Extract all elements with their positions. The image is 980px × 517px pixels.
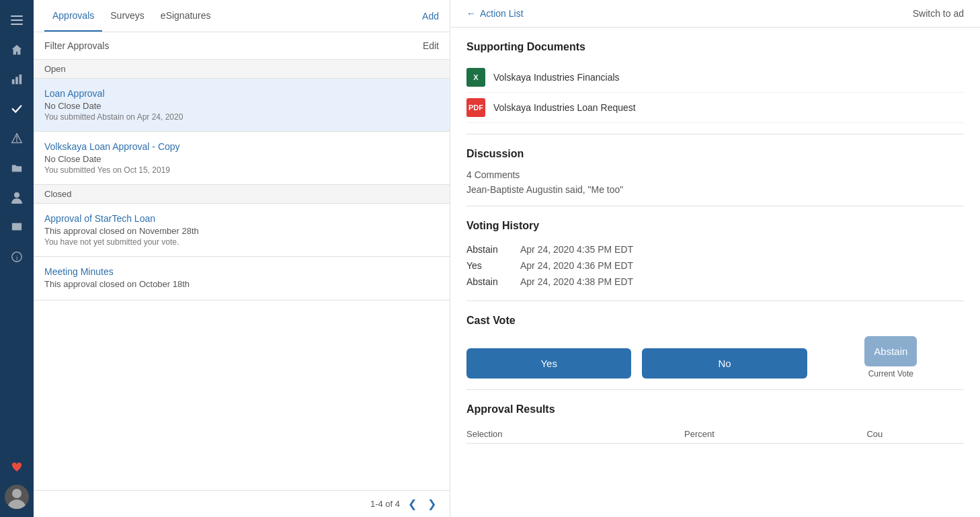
last-comment: Jean-Baptiste Augustin said, "Me too" bbox=[466, 184, 964, 195]
right-top-bar: ← Action List Switch to ad bbox=[450, 0, 980, 28]
list-item-loan-approval[interactable]: Loan Approval No Close Date You submitte… bbox=[34, 79, 450, 132]
item-subtitle-1: No Close Date bbox=[44, 154, 439, 164]
item-desc-1: You submitted Yes on Oct 15, 2019 bbox=[44, 165, 439, 175]
section-closed: Closed bbox=[34, 185, 450, 204]
pagination-next[interactable]: ❯ bbox=[425, 498, 439, 510]
cast-vote-buttons: Yes No Abstain Current Vote bbox=[466, 336, 964, 379]
switch-to-ad[interactable]: Switch to ad bbox=[913, 8, 964, 19]
voting-history-title: Voting History bbox=[466, 220, 964, 232]
filter-bar: Filter Approvals Edit bbox=[34, 32, 450, 60]
person-icon[interactable] bbox=[5, 186, 29, 210]
vote-row-0: Abstain Apr 24, 2020 4:35 PM EDT bbox=[466, 241, 964, 257]
tabs-bar: Approvals Surveys eSignatures Add bbox=[34, 0, 450, 32]
item-subtitle-3: This approval closed on October 18th bbox=[44, 279, 439, 289]
col-selection: Selection bbox=[466, 425, 684, 444]
right-panel-container: ← Action List Switch to ad Supporting Do… bbox=[450, 0, 980, 517]
divider-4 bbox=[466, 389, 964, 390]
pagination-text: 1-4 of 4 bbox=[370, 499, 400, 509]
excel-icon: X bbox=[466, 68, 485, 87]
info-icon[interactable]: i bbox=[5, 245, 29, 269]
approval-results-title: Approval Results bbox=[466, 403, 964, 415]
vote-time-1: Apr 24, 2020 4:36 PM EDT bbox=[520, 257, 964, 274]
chart-icon[interactable] bbox=[5, 67, 29, 91]
pagination: 1-4 of 4 ❮ ❯ bbox=[34, 490, 450, 517]
vote-row-1: Yes Apr 24, 2020 4:36 PM EDT bbox=[466, 257, 964, 274]
doc-list: X Volskaya Industries Financials PDF Vol… bbox=[466, 63, 964, 123]
sidebar: i bbox=[0, 0, 34, 517]
item-desc-2: You have not yet submitted your vote. bbox=[44, 237, 439, 247]
tab-esignatures[interactable]: eSignatures bbox=[153, 1, 219, 32]
pagination-prev[interactable]: ❮ bbox=[405, 498, 419, 510]
cast-vote-title: Cast Vote bbox=[466, 315, 964, 327]
home-icon[interactable] bbox=[5, 38, 29, 62]
divider-1 bbox=[466, 134, 964, 134]
edit-button[interactable]: Edit bbox=[423, 40, 439, 51]
item-subtitle-2: This approval closed on November 28th bbox=[44, 226, 439, 236]
comment-count: 4 Comments bbox=[466, 169, 964, 180]
abstain-wrapper: Abstain Current Vote bbox=[818, 336, 964, 379]
list-item-meeting-minutes[interactable]: Meeting Minutes This approval closed on … bbox=[34, 257, 450, 301]
right-scrollable: Supporting Documents X Volskaya Industri… bbox=[450, 28, 980, 517]
tab-approvals[interactable]: Approvals bbox=[44, 1, 102, 32]
vote-row-2: Abstain Apr 24, 2020 4:38 PM EDT bbox=[466, 274, 964, 290]
heart-icon[interactable] bbox=[5, 455, 29, 479]
svg-text:i: i bbox=[16, 254, 17, 262]
action-list-label: Action List bbox=[480, 8, 524, 19]
svg-point-9 bbox=[12, 489, 22, 498]
svg-rect-2 bbox=[11, 24, 23, 25]
doc-name-0[interactable]: Volskaya Industries Financials bbox=[493, 72, 620, 83]
menu-icon[interactable] bbox=[5, 8, 29, 32]
doc-item-1: PDF Volskaya Industries Loan Request bbox=[466, 93, 964, 123]
vote-time-2: Apr 24, 2020 4:38 PM EDT bbox=[520, 274, 964, 290]
current-vote-label: Current Vote bbox=[868, 369, 913, 379]
svg-point-6 bbox=[14, 192, 19, 198]
vote-time-0: Apr 24, 2020 4:35 PM EDT bbox=[520, 241, 964, 257]
col-percent: Percent bbox=[684, 425, 866, 444]
list-item-startech[interactable]: Approval of StarTech Loan This approval … bbox=[34, 204, 450, 257]
svg-rect-4 bbox=[15, 77, 18, 84]
divider-2 bbox=[466, 206, 964, 206]
left-panel: Approvals Surveys eSignatures Add Filter… bbox=[34, 0, 450, 517]
item-title-3: Meeting Minutes bbox=[44, 266, 439, 277]
item-desc-0: You submitted Abstain on Apr 24, 2020 bbox=[44, 112, 439, 122]
item-title-1: Volkskaya Loan Approval - Copy bbox=[44, 141, 439, 152]
vote-label-2: Abstain bbox=[466, 274, 520, 290]
vote-label-0: Abstain bbox=[466, 241, 520, 257]
svg-rect-1 bbox=[11, 19, 23, 21]
list-item-volkskaya[interactable]: Volkskaya Loan Approval - Copy No Close … bbox=[34, 132, 450, 185]
doc-name-1[interactable]: Volskaya Industries Loan Request bbox=[493, 102, 636, 113]
svg-rect-5 bbox=[19, 75, 22, 84]
tab-surveys[interactable]: Surveys bbox=[102, 1, 153, 32]
voting-history-table: Abstain Apr 24, 2020 4:35 PM EDT Yes Apr… bbox=[466, 241, 964, 290]
item-title-2: Approval of StarTech Loan bbox=[44, 213, 439, 224]
action-list-link[interactable]: ← Action List bbox=[466, 8, 524, 19]
divider-3 bbox=[466, 301, 964, 301]
vote-yes-button[interactable]: Yes bbox=[466, 348, 631, 379]
vote-no-button[interactable]: No bbox=[642, 348, 807, 379]
section-open: Open bbox=[34, 60, 450, 79]
results-table: Selection Percent Cou bbox=[466, 425, 964, 444]
vote-label-1: Yes bbox=[466, 257, 520, 274]
alert-icon[interactable] bbox=[5, 126, 29, 151]
check-icon[interactable] bbox=[5, 97, 29, 121]
filter-label: Filter Approvals bbox=[44, 40, 109, 51]
item-title-0: Loan Approval bbox=[44, 88, 439, 99]
back-icon: ← bbox=[466, 8, 476, 19]
avatar[interactable] bbox=[5, 485, 29, 509]
vote-abstain-button[interactable]: Abstain bbox=[864, 336, 917, 366]
svg-rect-0 bbox=[11, 15, 23, 17]
col-count: Cou bbox=[866, 425, 964, 444]
supporting-docs-title: Supporting Documents bbox=[466, 41, 964, 53]
chat-icon[interactable] bbox=[5, 215, 29, 239]
pdf-icon: PDF bbox=[466, 98, 485, 117]
doc-item-0: X Volskaya Industries Financials bbox=[466, 63, 964, 93]
folder-icon[interactable] bbox=[5, 156, 29, 180]
svg-rect-3 bbox=[12, 79, 15, 84]
discussion-title: Discussion bbox=[466, 148, 964, 160]
add-button[interactable]: Add bbox=[422, 11, 439, 22]
item-subtitle-0: No Close Date bbox=[44, 101, 439, 111]
